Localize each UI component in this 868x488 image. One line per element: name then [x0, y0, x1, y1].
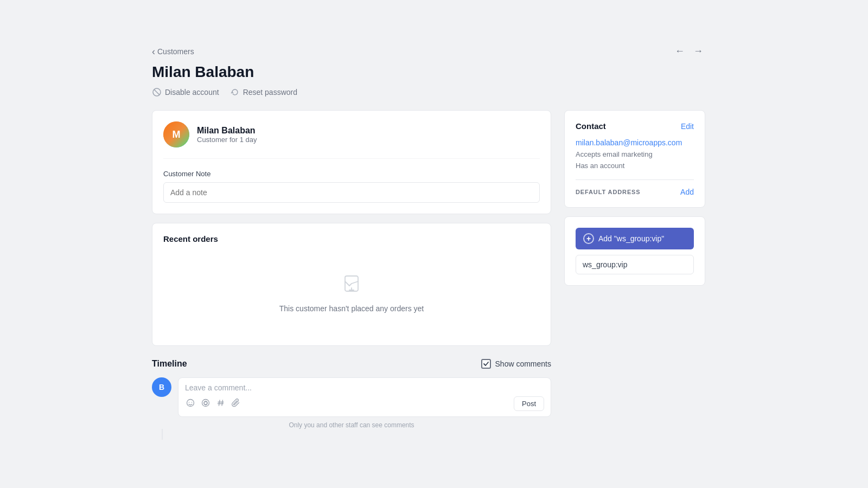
left-column: M Milan Balaban Customer for 1 day Custo… [152, 110, 551, 440]
show-comments-checkbox [481, 359, 491, 369]
address-header: DEFAULT ADDRESS Add [576, 188, 694, 196]
svg-point-7 [187, 399, 194, 406]
svg-line-12 [219, 400, 220, 406]
disable-icon [152, 87, 162, 97]
customer-card: M Milan Balaban Customer for 1 day Custo… [152, 110, 551, 214]
comment-toolbar: Post [185, 396, 544, 411]
note-label: Customer Note [163, 170, 540, 178]
svg-point-9 [192, 402, 193, 403]
customer-name: Milan Balaban [197, 126, 257, 136]
contact-email[interactable]: milan.balaban@microapps.com [576, 138, 694, 147]
timeline-section: Timeline Show comments B [152, 359, 551, 440]
reset-password-label: Reset password [243, 88, 297, 97]
avatar: M [163, 121, 189, 147]
next-nav-button[interactable]: → [691, 43, 705, 59]
comment-input[interactable] [185, 383, 544, 392]
breadcrumb-label: Customers [157, 47, 194, 56]
customer-note-section: Customer Note [163, 170, 540, 203]
page-title: Milan Balaban [152, 63, 705, 81]
prev-nav-button[interactable]: ← [673, 43, 687, 59]
arrow-right-icon: → [693, 46, 703, 56]
contact-header: Contact Edit [576, 121, 694, 131]
comment-area: B [152, 377, 551, 417]
toolbar-icons [185, 397, 509, 410]
tag-input[interactable] [576, 255, 694, 274]
customer-profile: M Milan Balaban Customer for 1 day [163, 121, 540, 159]
action-row: Disable account Reset password [152, 87, 705, 97]
user-avatar: B [152, 377, 171, 397]
timeline-line [162, 429, 551, 440]
add-address-link[interactable]: Add [680, 188, 694, 196]
emoji-button[interactable] [185, 397, 196, 410]
timeline-header: Timeline Show comments [152, 359, 551, 369]
customer-info: Milan Balaban Customer for 1 day [197, 126, 257, 144]
mention-button[interactable] [200, 397, 211, 410]
show-comments-label: Show comments [495, 359, 551, 368]
contact-title: Contact [576, 121, 606, 131]
add-tag-button[interactable]: + Add "ws_group:vip" [576, 228, 694, 249]
tag-plus-icon: + [583, 233, 594, 244]
svg-line-1 [154, 89, 159, 95]
reset-password-button[interactable]: Reset password [230, 87, 297, 97]
empty-orders-icon [342, 274, 361, 298]
tag-card: + Add "ws_group:vip" [564, 216, 705, 286]
comment-box: Post [178, 377, 551, 417]
disable-account-button[interactable]: Disable account [152, 87, 219, 97]
contact-edit-link[interactable]: Edit [681, 122, 694, 131]
svg-line-13 [222, 400, 223, 406]
note-input[interactable] [163, 182, 540, 203]
disable-account-label: Disable account [165, 88, 219, 97]
add-tag-label: Add "ws_group:vip" [598, 234, 664, 243]
chevron-left-icon: ‹ [152, 47, 155, 56]
recent-orders-title: Recent orders [163, 234, 540, 243]
arrow-left-icon: ← [675, 46, 685, 56]
svg-point-11 [202, 399, 209, 406]
comment-hint: Only you and other staff can see comment… [152, 421, 551, 429]
timeline-title: Timeline [152, 359, 187, 369]
breadcrumb-link[interactable]: ‹ Customers [152, 47, 194, 56]
empty-orders-text: This customer hasn't placed any orders y… [279, 304, 424, 313]
hashtag-button[interactable] [215, 397, 226, 410]
contact-email-marketing: Accepts email marketing Has an account [576, 149, 694, 172]
reset-icon [230, 87, 240, 97]
empty-orders: This customer hasn't placed any orders y… [163, 252, 540, 335]
show-comments-toggle[interactable]: Show comments [481, 359, 551, 369]
breadcrumb-row: ‹ Customers ← → [152, 43, 705, 59]
main-content: M Milan Balaban Customer for 1 day Custo… [152, 110, 705, 440]
default-address-label: DEFAULT ADDRESS [576, 189, 641, 195]
post-button[interactable]: Post [514, 396, 544, 411]
right-column: Contact Edit milan.balaban@microapps.com… [564, 110, 705, 286]
avatar-image: M [163, 121, 189, 147]
svg-point-8 [189, 402, 190, 403]
customer-since: Customer for 1 day [197, 136, 257, 144]
svg-text:M: M [173, 129, 181, 140]
attachment-button[interactable] [231, 397, 241, 410]
recent-orders-card: Recent orders This customer hasn't place… [152, 223, 551, 346]
divider [576, 179, 694, 180]
nav-arrows: ← → [673, 43, 705, 59]
contact-card: Contact Edit milan.balaban@microapps.com… [564, 110, 705, 208]
